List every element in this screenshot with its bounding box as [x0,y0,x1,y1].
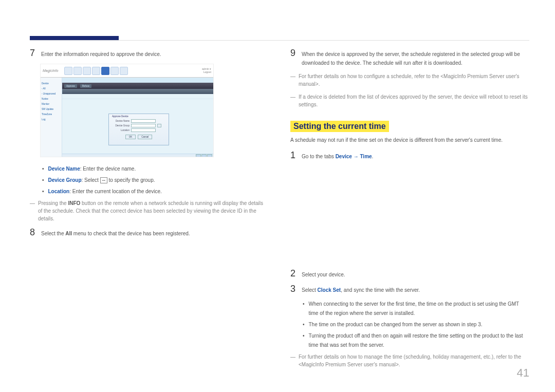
ss-user-area: admin ▾ Logout [202,68,211,73]
ss-icon [83,67,91,75]
ss-subbar [62,78,213,83]
text: Select [302,287,318,293]
ss-dialog-row: Device Group [109,123,169,128]
bullet-text: When connecting to the server for the fi… [309,300,529,318]
step-number: 9 [290,48,295,67]
ss-side-item: SW Update [42,108,61,110]
bullet-text: The time on the product can be changed f… [309,320,483,329]
step3-sub-bullets: When connecting to the server for the fi… [303,300,529,350]
text-bold: Time [360,154,372,159]
ss-side-item: - Unapproved [42,92,61,95]
ss-body: Approve Refuse Approve Device Device Nam… [62,78,213,157]
text: , and sync the time with the server. [341,287,420,293]
header-accent [30,36,119,40]
step-text: When the device is approved by the serve… [302,48,529,67]
ss-side-item: Device [42,82,61,85]
ss-icon [73,67,82,75]
ss-main: Device - All - Unapproved Notice Monitor… [41,78,213,157]
bullet-body: Location: Enter the current location of … [48,187,162,196]
ss-icon [64,67,72,75]
note-text: Pressing the [38,200,68,206]
ss-dialog-input [131,128,156,132]
step-number: 3 [290,284,295,294]
ss-dialog-label: Device Name [113,120,130,122]
ss-side-item: Monitor [42,103,61,105]
bullet-location: Location: Enter the current location of … [42,187,269,196]
bullet-label: Device Name [48,166,80,172]
step-1: 1 Go to the tabs Device → Time. [290,151,529,161]
ss-icon [120,67,128,75]
ss-dialog-label: Location [113,129,130,132]
ss-dialog-buttons: OK Cancel [109,135,169,139]
step-7: 7 Enter the information required to appr… [30,48,269,59]
ss-status-box [201,154,207,157]
step-2: 2 Select your device. [290,269,529,279]
bullet-text: : Enter the current location of the devi… [69,189,162,194]
step-number: 7 [30,48,35,59]
section-heading: Setting the current time [290,121,389,132]
ss-side-item: Notice [42,98,61,100]
ss-status-right [196,154,212,157]
ss-dialog-row: Device Name [109,119,169,123]
note-schedule-manual: For further details on how to configure … [290,72,529,88]
screenshot-placeholder [290,166,529,269]
ss-toolbar: MagicInfo admin ▾ Logout [41,64,213,78]
ss-icon [110,67,119,75]
bullet-text: : Enter the device name. [80,166,136,172]
ss-icon-selected [101,67,109,75]
ss-status-box [207,154,212,157]
ss-icon [92,67,100,75]
bullet-text: Turning the product off and then on agai… [309,331,529,350]
bullet-body: Device Name: Enter the device name. [48,164,136,174]
ss-toolbar-icons [64,67,128,75]
ss-side-item: Log [42,118,61,121]
ss-side-item: - All [42,87,61,90]
ss-table-row [62,94,213,99]
ss-table-header [62,89,213,94]
section-intro: A schedule may not run if the time set o… [290,136,529,144]
ss-cancel-button: Cancel [138,135,152,139]
note-body: Pressing the INFO button on the remote w… [38,199,269,222]
step-text: Enter the information required to approv… [41,48,269,59]
arrow-icon: → [352,154,360,159]
ss-logo: MagicInfo [43,69,61,72]
step-8: 8 Select the All menu to check that the … [30,228,269,238]
left-column: 7 Enter the information required to appr… [30,23,269,374]
text-bold: Clock Set [318,287,341,293]
ss-sidebar: Device - All - Unapproved Notice Monitor… [41,78,62,157]
text: Go to the tabs [302,154,336,159]
note-body: For further details on how to configure … [299,72,529,88]
ss-user-text: Logout [203,71,211,73]
text: menu to check that the device has been r… [72,231,190,236]
ss-approve-dialog: Approve Device Device Name Device Group … [108,114,169,145]
note-body: If a device is deleted from the list of … [299,93,529,108]
ss-actionbar: Approve Refuse [62,83,213,89]
step-3: 3 Select Clock Set, and sync the time wi… [290,284,529,294]
bullet: When connecting to the server for the fi… [303,300,529,318]
ss-action-btn: Approve [64,84,77,88]
step-number: 1 [290,151,295,161]
bullet: Turning the product off and then on agai… [303,331,529,350]
step-number: 2 [290,269,295,279]
step-text: Go to the tabs Device → Time. [302,151,529,161]
bullet-device-group: Device Group: Select ••• to specify the … [42,176,269,185]
note-bold: INFO [68,200,80,206]
text: . [372,154,374,159]
ss-dialog-label: Device Group [113,124,130,127]
note-info-button: Pressing the INFO button on the remote w… [30,199,269,222]
ss-ok-button: OK [125,135,136,139]
field-bullets: Device Name: Enter the device name. Devi… [42,164,269,196]
header-rule [30,40,529,41]
embedded-screenshot: MagicInfo admin ▾ Logout Device [40,64,214,157]
page-number: 41 [517,366,529,380]
ss-status-box [196,154,201,157]
bullet-label: Device Group [48,177,82,183]
bullet: The time on the product can be changed f… [303,320,529,329]
ss-dialog-title: Approve Device [109,114,169,119]
bullet-body: Device Group: Select ••• to specify the … [48,176,155,185]
ss-dialog-row: Location [109,128,169,133]
ss-side-item: TimeZone [42,113,61,116]
right-column: 9 When the device is approved by the ser… [290,23,529,374]
ss-action-btn: Refuse [80,84,91,88]
page-content: 7 Enter the information required to appr… [0,0,555,389]
